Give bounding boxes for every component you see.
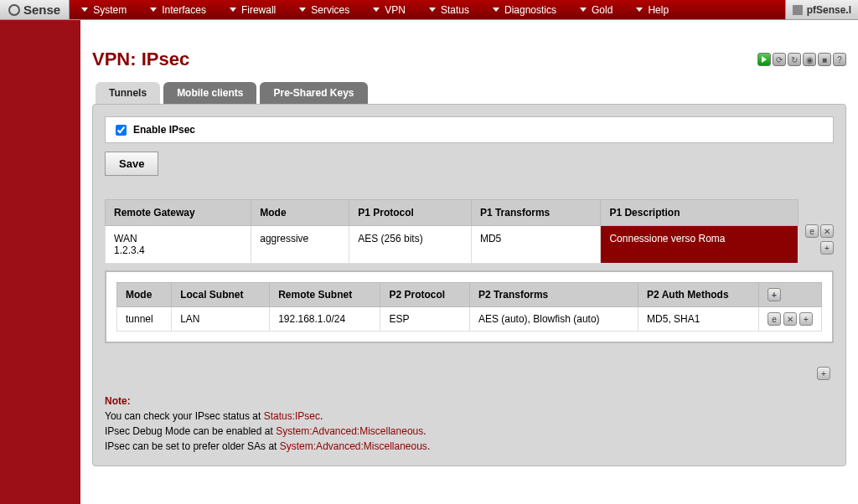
page-title: VPN: IPsec — [92, 49, 189, 70]
service-restart-icon[interactable]: ⟳ — [773, 53, 786, 66]
service-reload-icon[interactable]: ↻ — [788, 53, 801, 66]
chevron-down-icon — [150, 8, 157, 12]
phase2-container: Mode Local Subnet Remote Subnet P2 Proto… — [105, 270, 834, 343]
p1-protocol: AES (256 bits) — [349, 226, 472, 264]
link-advanced-misc[interactable]: System:Advanced:Miscellaneous — [280, 440, 427, 452]
p1-header-mode: Mode — [251, 200, 349, 226]
phase2-row-actions: e ✕ + — [768, 312, 813, 326]
p2-header-auth: P2 Auth Methods — [638, 283, 759, 307]
link-status-ipsec[interactable]: Status:IPsec — [264, 410, 320, 422]
logo: Sense — [0, 0, 70, 19]
top-bar: Sense System Interfaces Firewall Service… — [0, 0, 858, 20]
phase2-row: tunnel LAN 192.168.1.0/24 ESP AES (auto)… — [117, 307, 822, 332]
left-gutter — [0, 20, 80, 504]
p2-header-transforms: P2 Transforms — [469, 283, 638, 307]
panel: Enable IPsec Save Remote Gateway Mode P1… — [92, 104, 846, 466]
main-nav: System Interfaces Firewall Services VPN … — [70, 0, 784, 19]
p2-local: LAN — [172, 307, 270, 332]
help-icon[interactable]: ? — [833, 53, 846, 66]
chevron-down-icon — [373, 8, 380, 12]
p1-header-gateway: Remote Gateway — [106, 200, 251, 226]
p2-protocol: ESP — [380, 307, 469, 332]
p1-header-transforms: P1 Transforms — [471, 200, 601, 226]
nav-services[interactable]: Services — [287, 0, 361, 19]
phase2-table: Mode Local Subnet Remote Subnet P2 Proto… — [116, 282, 822, 332]
p1-description: Connessione verso Roma — [601, 226, 799, 264]
phase1-row-actions: e ✕ + — [805, 199, 834, 255]
chevron-down-icon — [429, 8, 436, 12]
p2-header-actions: + — [759, 283, 822, 307]
service-start-icon[interactable] — [757, 53, 771, 66]
edit-icon[interactable]: e — [805, 224, 819, 238]
p2-header-local: Local Subnet — [172, 283, 270, 307]
p2-header-mode: Mode — [117, 283, 172, 307]
service-controls: ⟳ ↻ ◉ ■ ? — [757, 53, 846, 66]
p1-interface: WAN — [114, 233, 242, 244]
phase1-row: WAN 1.2.3.4 aggressive AES (256 bits) MD… — [106, 226, 799, 264]
tab-tunnels[interactable]: Tunnels — [96, 82, 160, 104]
nav-firewall[interactable]: Firewall — [218, 0, 287, 19]
save-button[interactable]: Save — [105, 152, 158, 176]
p1-remote-ip: 1.2.3.4 — [114, 244, 242, 256]
edit-icon[interactable]: e — [768, 312, 781, 326]
delete-icon[interactable]: ✕ — [783, 312, 797, 326]
host-icon — [793, 5, 803, 15]
tabs: Tunnels Mobile clients Pre-Shared Keys — [96, 82, 846, 104]
add-phase1-row: + — [105, 367, 834, 380]
chevron-down-icon — [493, 8, 499, 12]
note-block: Note: You can check your IPsec status at… — [105, 393, 834, 454]
delete-icon[interactable]: ✕ — [820, 224, 834, 238]
chevron-down-icon — [81, 8, 88, 12]
nav-help[interactable]: Help — [624, 0, 680, 19]
service-stop-icon[interactable]: ■ — [818, 53, 831, 66]
nav-status[interactable]: Status — [417, 0, 481, 19]
chevron-down-icon — [636, 8, 643, 12]
enable-ipsec-checkbox[interactable] — [116, 125, 127, 136]
p2-remote: 192.168.1.0/24 — [270, 307, 380, 332]
p2-header-remote: Remote Subnet — [270, 283, 380, 307]
host-label: pfSense.l — [785, 0, 858, 19]
add-icon[interactable]: + — [768, 288, 781, 301]
tab-mobile-clients[interactable]: Mobile clients — [163, 82, 256, 104]
enable-ipsec-label: Enable IPsec — [133, 124, 195, 136]
link-advanced-misc[interactable]: System:Advanced:Miscellaneous — [276, 425, 423, 437]
p1-header-description: P1 Description — [601, 200, 799, 226]
brand-text: Sense — [23, 3, 60, 17]
add-icon[interactable]: + — [817, 367, 830, 380]
nav-gold[interactable]: Gold — [568, 0, 624, 19]
phase1-table: Remote Gateway Mode P1 Protocol P1 Trans… — [105, 199, 799, 264]
service-status-icon[interactable]: ◉ — [803, 53, 816, 66]
p1-header-protocol: P1 Protocol — [349, 200, 472, 226]
p2-auth: MD5, SHA1 — [638, 307, 759, 332]
p2-header-protocol: P2 Protocol — [380, 283, 469, 307]
p1-mode: aggressive — [251, 226, 349, 264]
chevron-down-icon — [299, 8, 306, 12]
nav-vpn[interactable]: VPN — [361, 0, 417, 19]
chevron-down-icon — [580, 8, 587, 12]
tab-pre-shared-keys[interactable]: Pre-Shared Keys — [260, 82, 367, 104]
note-header: Note: — [105, 393, 834, 409]
nav-interfaces[interactable]: Interfaces — [138, 0, 218, 19]
p2-mode: tunnel — [117, 307, 172, 332]
chevron-down-icon — [230, 8, 236, 12]
p2-transforms: AES (auto), Blowfish (auto) — [469, 307, 638, 332]
add-icon[interactable]: + — [799, 312, 813, 326]
nav-diagnostics[interactable]: Diagnostics — [481, 0, 568, 19]
enable-ipsec-row: Enable IPsec — [105, 116, 834, 143]
gear-icon — [8, 4, 20, 16]
p1-transforms: MD5 — [471, 226, 601, 264]
add-icon[interactable]: + — [820, 241, 834, 255]
nav-system[interactable]: System — [70, 0, 138, 19]
